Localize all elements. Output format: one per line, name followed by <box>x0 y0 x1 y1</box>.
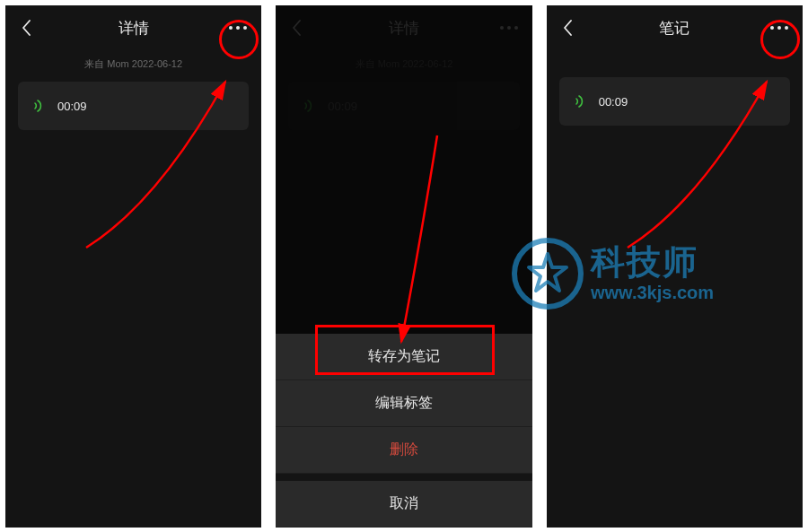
meta-source-line: 来自 Mom 2022-06-12 <box>276 57 531 71</box>
topbar: 详情 <box>5 5 261 50</box>
sheet-separator <box>276 474 531 481</box>
sound-wave-icon <box>301 97 319 115</box>
sheet-item-edit-tags[interactable]: 编辑标签 <box>276 380 531 427</box>
voice-message-card[interactable]: 00:09 <box>18 82 249 130</box>
topbar: 笔记 <box>547 5 803 50</box>
sheet-item-cancel[interactable]: 取消 <box>276 481 531 528</box>
action-sheet: 转存为笔记 编辑标签 删除 取消 <box>276 334 531 528</box>
more-icon[interactable] <box>496 15 522 40</box>
sheet-item-delete[interactable]: 删除 <box>276 427 531 474</box>
meta-source-line: 来自 Mom 2022-06-12 <box>5 57 261 71</box>
sheet-item-convert-to-note[interactable]: 转存为笔记 <box>276 334 531 380</box>
page-title: 详情 <box>389 18 419 39</box>
voice-message-card[interactable]: 00:09 <box>288 82 519 130</box>
phone-screen-2: 详情 来自 Mom 2022-06-12 00:09 转存为笔记 编辑标签 删除… <box>276 5 531 528</box>
back-icon[interactable] <box>286 17 308 39</box>
voice-duration: 00:09 <box>599 95 628 109</box>
more-icon[interactable] <box>767 15 792 40</box>
phone-screen-3: 笔记 00:09 <box>547 5 803 528</box>
voice-duration: 00:09 <box>328 100 357 113</box>
sound-wave-icon <box>31 97 48 115</box>
more-icon[interactable] <box>225 15 250 40</box>
back-icon[interactable] <box>558 17 579 39</box>
annotation-arrow <box>356 131 464 355</box>
sound-wave-icon <box>572 92 590 110</box>
page-title: 详情 <box>119 18 149 39</box>
phone-screen-1: 详情 来自 Mom 2022-06-12 00:09 <box>5 5 261 528</box>
voice-message-card[interactable]: 00:09 <box>559 77 790 126</box>
page-title: 笔记 <box>659 18 689 39</box>
topbar: 详情 <box>276 5 531 50</box>
voice-duration: 00:09 <box>57 100 87 113</box>
back-icon[interactable] <box>16 17 38 39</box>
